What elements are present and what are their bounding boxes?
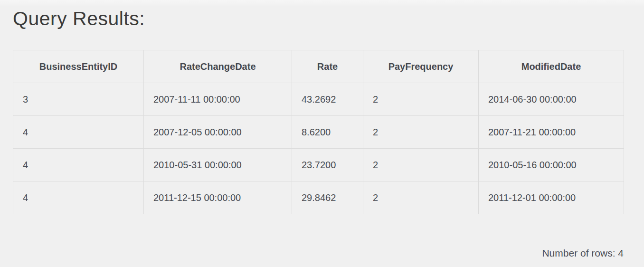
- column-header-payfrequency: PayFrequency: [363, 50, 479, 83]
- cell-rate: 8.6200: [292, 116, 363, 149]
- cell-ratechangedate: 2007-12-05 00:00:00: [144, 116, 292, 149]
- cell-modifieddate: 2007-11-21 00:00:00: [479, 116, 624, 149]
- cell-rate: 29.8462: [292, 181, 363, 214]
- table-row: 42011-12-15 00:00:0029.846222011-12-01 0…: [13, 181, 624, 214]
- column-header-rate: Rate: [292, 50, 363, 83]
- cell-businessentityid: 3: [13, 83, 144, 116]
- cell-rate: 43.2692: [292, 83, 363, 116]
- cell-businessentityid: 4: [13, 116, 144, 149]
- row-count-label: Number of rows: 4: [13, 248, 624, 259]
- query-results-table: BusinessEntityIDRateChangeDateRatePayFre…: [13, 50, 624, 214]
- results-table-body: 32007-11-11 00:00:0043.269222014-06-30 0…: [13, 83, 624, 214]
- cell-payfrequency: 2: [363, 83, 479, 116]
- cell-modifieddate: 2010-05-16 00:00:00: [479, 149, 624, 181]
- cell-ratechangedate: 2010-05-31 00:00:00: [144, 149, 292, 181]
- cell-modifieddate: 2014-06-30 00:00:00: [479, 83, 624, 116]
- page-top-sheen: [0, 0, 644, 7]
- cell-modifieddate: 2011-12-01 00:00:00: [479, 181, 624, 214]
- cell-payfrequency: 2: [363, 149, 479, 181]
- cell-payfrequency: 2: [363, 181, 479, 214]
- column-header-modifieddate: ModifiedDate: [479, 50, 624, 83]
- cell-businessentityid: 4: [13, 149, 144, 181]
- page-title: Query Results:: [13, 8, 145, 30]
- table-row: 42007-12-05 00:00:008.620022007-11-21 00…: [13, 116, 624, 149]
- cell-ratechangedate: 2007-11-11 00:00:00: [144, 83, 292, 116]
- cell-ratechangedate: 2011-12-15 00:00:00: [144, 181, 292, 214]
- table-row: 32007-11-11 00:00:0043.269222014-06-30 0…: [13, 83, 624, 116]
- results-table-header: BusinessEntityIDRateChangeDateRatePayFre…: [13, 50, 624, 83]
- table-row: 42010-05-31 00:00:0023.720022010-05-16 0…: [13, 149, 624, 181]
- column-header-ratechangedate: RateChangeDate: [144, 50, 292, 83]
- column-header-businessentityid: BusinessEntityID: [13, 50, 144, 83]
- cell-payfrequency: 2: [363, 116, 479, 149]
- cell-businessentityid: 4: [13, 181, 144, 214]
- header-row: BusinessEntityIDRateChangeDateRatePayFre…: [13, 50, 624, 83]
- cell-rate: 23.7200: [292, 149, 363, 181]
